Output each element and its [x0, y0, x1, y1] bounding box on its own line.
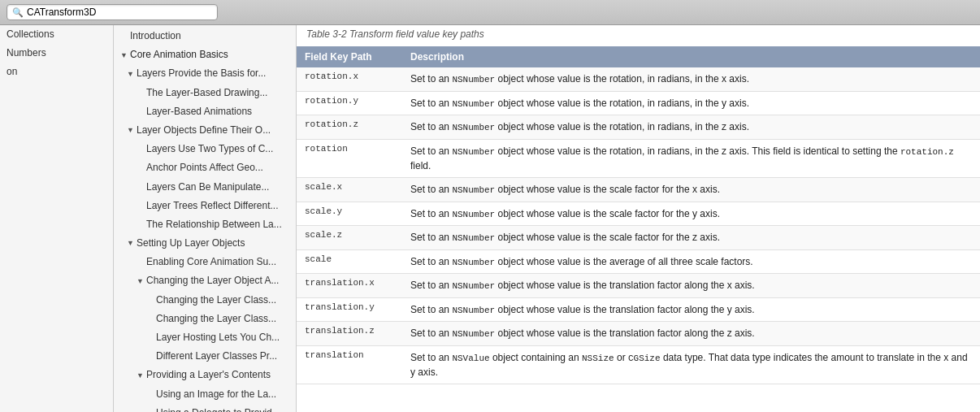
nav-enabling-core-animation[interactable]: Enabling Core Animation Su... [114, 253, 296, 271]
table-row: translationSet to an NSValue object cont… [297, 345, 980, 384]
arrow-icon [120, 30, 130, 41]
nav-core-animation-basics[interactable]: ▼ Core Animation Basics [114, 46, 296, 64]
table-cell-desc: Set to an NSValue object containing an N… [402, 345, 980, 384]
nav-introduction[interactable]: Introduction [114, 27, 296, 46]
search-input-wrapper[interactable]: 🔍 [7, 4, 218, 20]
nav-layers-two-types[interactable]: Layers Use Two Types of C... [114, 140, 296, 158]
table-header-row: Field Key Path Description [297, 46, 980, 67]
nav-layer-based-drawing[interactable]: The Layer-Based Drawing... [114, 84, 296, 102]
table-cell-desc: Set to an NSNumber object whose value is… [402, 297, 980, 322]
nav-layer-hosting[interactable]: Layer Hosting Lets You Ch... [114, 328, 296, 347]
table-title: Table 3-2 Transform field value key path… [297, 25, 980, 46]
sidebar-left-item-collections[interactable]: Collections [0, 25, 113, 44]
table-cell-key: scale.y [297, 202, 402, 226]
table-cell-desc: Set to an NSNumber object whose value is… [402, 67, 980, 91]
table-row: scale.zSet to an NSNumber object whose v… [297, 226, 980, 250]
table-cell-desc: Set to an NSNumber object whose value is… [402, 91, 980, 115]
table-row: rotation.ySet to an NSNumber object whos… [297, 91, 980, 115]
table-cell-key: translation.z [297, 322, 402, 346]
nav-layers-provide-basis[interactable]: ▼ Layers Provide the Basis for... [114, 64, 296, 83]
nav-layer-trees-reflect[interactable]: Layer Trees Reflect Different... [114, 197, 296, 215]
table-row: rotation.zSet to an NSNumber object whos… [297, 115, 980, 140]
table-row: scaleSet to an NSNumber object whose val… [297, 249, 980, 274]
nav-anchor-points[interactable]: Anchor Points Affect Geo... [114, 158, 296, 177]
nav-changing-layer-object[interactable]: ▼ Changing the Layer Object A... [114, 271, 296, 290]
table-cell-key: rotation [297, 139, 402, 178]
nav-setting-up-layer[interactable]: ▼ Setting Up Layer Objects [114, 234, 296, 253]
content-area: Table 3-2 Transform field value key path… [297, 25, 980, 412]
arrow-icon [146, 351, 156, 362]
main-layout: Collections Numbers on Introduction ▼ Co… [0, 25, 980, 412]
table-cell-desc: Set to an NSNumber object whose value is… [402, 202, 980, 226]
table-cell-key: rotation.y [297, 91, 402, 115]
table-cell-desc: Set to an NSNumber object whose value is… [402, 249, 980, 274]
arrow-icon: ▼ [120, 50, 130, 61]
nav-changing-layer-class-1[interactable]: Changing the Layer Class... [114, 291, 296, 310]
table-row: translation.ySet to an NSNumber object w… [297, 297, 980, 322]
nav-changing-layer-class-2[interactable]: Changing the Layer Class... [114, 310, 296, 328]
sidebar-right-panel: Introduction ▼ Core Animation Basics ▼ L… [114, 25, 296, 412]
arrow-icon [137, 257, 146, 268]
table-cell-key: rotation.x [297, 67, 402, 91]
table-row: translation.xSet to an NSNumber object w… [297, 274, 980, 298]
arrow-icon: ▼ [127, 237, 137, 249]
nav-using-delegate[interactable]: Using a Delegate to Provid... [114, 404, 296, 412]
arrow-icon: ▼ [137, 370, 146, 381]
arrow-icon [146, 407, 156, 412]
table-row: scale.ySet to an NSNumber object whose v… [297, 202, 980, 226]
arrow-icon [137, 200, 146, 211]
nav-providing-layer-contents[interactable]: ▼ Providing a Layer's Contents [114, 366, 296, 384]
arrow-icon: ▼ [127, 68, 137, 80]
table-row: scale.xSet to an NSNumber object whose v… [297, 178, 980, 202]
nav-layer-objects-define[interactable]: ▼ Layer Objects Define Their O... [114, 121, 296, 140]
table-row: rotation.xSet to an NSNumber object whos… [297, 67, 980, 91]
table-cell-desc: Set to an NSNumber object whose value is… [402, 139, 980, 178]
arrow-icon [146, 388, 156, 400]
sidebar: Collections Numbers on Introduction ▼ Co… [0, 25, 297, 412]
table-cell-key: rotation.z [297, 115, 402, 140]
nav-relationship-between[interactable]: The Relationship Between La... [114, 215, 296, 234]
arrow-icon [137, 106, 146, 117]
table-cell-key: translation.x [297, 274, 402, 298]
nav-using-image[interactable]: Using an Image for the La... [114, 385, 296, 404]
arrow-icon [137, 163, 146, 174]
table-cell-desc: Set to an NSNumber object whose value is… [402, 226, 980, 250]
data-table: Field Key Path Description rotation.xSet… [297, 46, 980, 384]
table-cell-desc: Set to an NSNumber object whose value is… [402, 178, 980, 202]
table-cell-desc: Set to an NSNumber object whose value is… [402, 322, 980, 346]
table-cell-key: scale [297, 249, 402, 274]
table-cell-desc: Set to an NSNumber object whose value is… [402, 115, 980, 140]
arrow-icon [137, 219, 146, 230]
table-cell-key: translation [297, 345, 402, 384]
sidebar-left-item-numbers[interactable]: Numbers [0, 44, 113, 63]
table-cell-key: translation.y [297, 297, 402, 322]
arrow-icon [137, 87, 146, 98]
arrow-icon [137, 144, 146, 155]
nav-layers-can-manipulate[interactable]: Layers Can Be Manipulate... [114, 178, 296, 197]
arrow-icon [146, 313, 156, 324]
arrow-icon [146, 332, 156, 343]
table-row: rotationSet to an NSNumber object whose … [297, 139, 980, 178]
col-header-desc: Description [402, 46, 980, 67]
col-header-key: Field Key Path [297, 46, 402, 67]
table-cell-key: scale.x [297, 178, 402, 202]
nav-layer-based-animations[interactable]: Layer-Based Animations [114, 102, 296, 121]
nav-different-layer-classes[interactable]: Different Layer Classes Pr... [114, 347, 296, 366]
search-icon: 🔍 [12, 7, 24, 18]
arrow-icon: ▼ [127, 124, 137, 136]
table-row: translation.zSet to an NSNumber object w… [297, 322, 980, 346]
sidebar-left-item-on[interactable]: on [0, 63, 113, 81]
arrow-icon [137, 181, 146, 193]
table-cell-desc: Set to an NSNumber object whose value is… [402, 274, 980, 298]
arrow-icon: ▼ [137, 275, 146, 287]
search-bar: 🔍 [0, 0, 980, 25]
arrow-icon [146, 294, 156, 306]
sidebar-left-panel: Collections Numbers on [0, 25, 114, 412]
search-input[interactable] [27, 7, 212, 18]
table-cell-key: scale.z [297, 226, 402, 250]
